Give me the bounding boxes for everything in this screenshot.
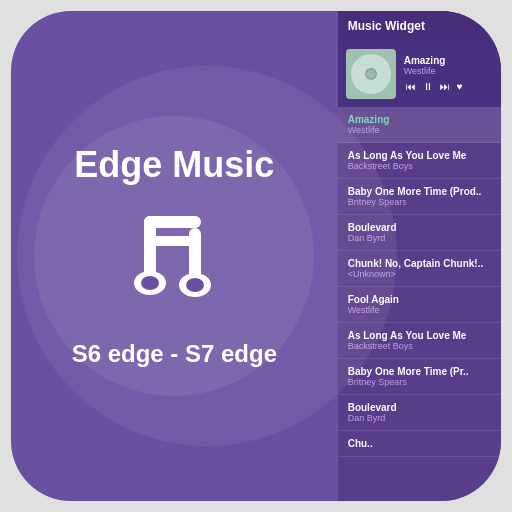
vinyl-disc — [351, 54, 391, 94]
song-artist: Dan Byrd — [348, 413, 491, 423]
song-title: Baby One More Time (Pr.. — [348, 366, 491, 377]
svg-rect-2 — [144, 216, 201, 228]
rewind-button[interactable]: ⏮ — [404, 80, 418, 93]
now-playing-info: Amazing Westlife ⏮ ⏸ ⏭ ♥ — [404, 55, 493, 93]
svg-point-5 — [141, 276, 159, 290]
song-item[interactable]: Chu.. — [338, 431, 501, 457]
now-playing-title: Amazing — [404, 55, 493, 66]
song-title: Chu.. — [348, 438, 491, 449]
app-container: Edge Music S6 edge - S7 edge — [11, 11, 501, 501]
left-panel: Edge Music S6 edge - S7 edge — [11, 11, 338, 501]
widget-header: Music Widget — [338, 11, 501, 41]
svg-point-7 — [186, 278, 204, 292]
song-artist: Westlife — [348, 125, 491, 135]
now-playing-artist: Westlife — [404, 66, 493, 76]
app-title: Edge Music — [74, 144, 274, 186]
song-item[interactable]: AmazingWestlife — [338, 107, 501, 143]
playback-controls[interactable]: ⏮ ⏸ ⏭ ♥ — [404, 80, 493, 93]
svg-rect-3 — [144, 236, 201, 246]
favorite-button[interactable]: ♥ — [455, 80, 465, 93]
album-art — [346, 49, 396, 99]
song-title: Boulevard — [348, 402, 491, 413]
pause-button[interactable]: ⏸ — [421, 80, 435, 93]
forward-button[interactable]: ⏭ — [438, 80, 452, 93]
song-artist: Britney Spears — [348, 377, 491, 387]
vinyl-center — [365, 68, 377, 80]
app-subtitle: S6 edge - S7 edge — [72, 340, 277, 368]
now-playing-section: Amazing Westlife ⏮ ⏸ ⏭ ♥ — [338, 41, 501, 107]
song-item[interactable]: BoulevardDan Byrd — [338, 395, 501, 431]
song-title: Amazing — [348, 114, 491, 125]
music-note-icon — [114, 206, 234, 310]
